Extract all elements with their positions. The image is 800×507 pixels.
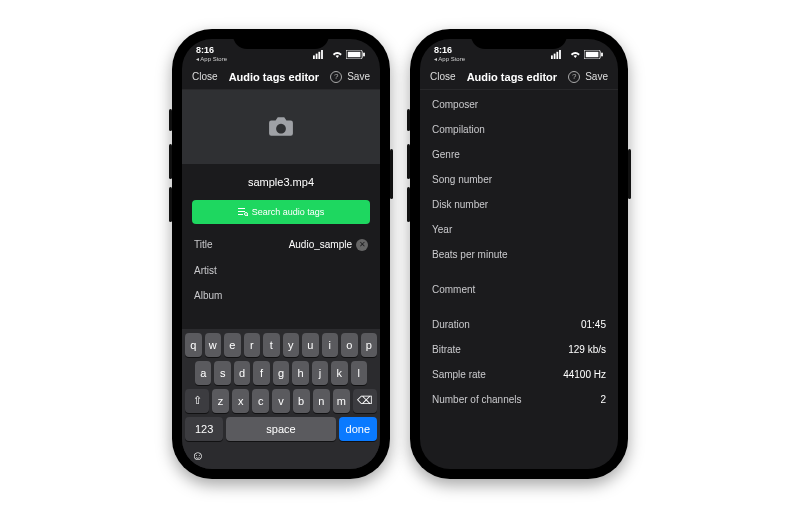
phone-frame-left: 8:16 ◂ App Store Close Audio tags editor… [172,29,390,479]
key-o[interactable]: o [341,333,358,357]
field-title[interactable]: Title Audio_sample ✕ [182,232,380,258]
svg-rect-19 [601,52,603,56]
key-b[interactable]: b [293,389,310,413]
key-m[interactable]: m [333,389,350,413]
status-icons [313,50,366,59]
info-sample-rate: Sample rate 44100 Hz [420,362,618,387]
field-compilation[interactable]: Compilation [420,117,618,142]
filename-label: sample3.mp4 [182,164,380,196]
title-value: Audio_sample [289,239,352,250]
field-song-number[interactable]: Song number [420,167,618,192]
artist-label: Artist [194,265,217,276]
key-done[interactable]: done [339,417,377,441]
key-i[interactable]: i [322,333,339,357]
key-a[interactable]: a [195,361,211,385]
keyboard[interactable]: q w e r t y u i o p a s d f g h j k l [182,329,380,469]
svg-rect-1 [316,53,318,58]
svg-rect-14 [554,53,556,58]
field-composer[interactable]: Composer [420,92,618,117]
key-r[interactable]: r [244,333,261,357]
duration-value: 01:45 [581,319,606,330]
field-disk-number[interactable]: Disk number [420,192,618,217]
close-button[interactable]: Close [192,71,218,82]
keyboard-row-2: a s d f g h j k l [185,361,377,385]
back-to-appstore[interactable]: ◂ App Store [196,56,227,62]
key-z[interactable]: z [212,389,229,413]
key-x[interactable]: x [232,389,249,413]
key-n[interactable]: n [313,389,330,413]
save-button[interactable]: Save [585,71,608,82]
help-icon[interactable]: ? [568,71,580,83]
nav-bar: Close Audio tags editor ? Save [182,65,380,90]
key-y[interactable]: y [283,333,300,357]
keyboard-row-4: 123 space done [185,417,377,441]
key-p[interactable]: p [361,333,378,357]
svg-rect-5 [348,51,361,56]
emoji-icon[interactable]: ☺ [191,448,204,463]
close-button[interactable]: Close [430,71,456,82]
key-k[interactable]: k [331,361,347,385]
info-channels: Number of channels 2 [420,387,618,412]
page-title: Audio tags editor [467,71,557,83]
key-space[interactable]: space [226,417,335,441]
key-shift[interactable]: ⇧ [185,389,209,413]
key-t[interactable]: t [263,333,280,357]
battery-icon [346,50,366,59]
key-h[interactable]: h [292,361,308,385]
key-d[interactable]: d [234,361,250,385]
status-time: 8:16 [196,46,227,55]
field-bpm[interactable]: Beats per minute [420,242,618,267]
wifi-icon [569,50,582,59]
key-c[interactable]: c [252,389,269,413]
key-u[interactable]: u [302,333,319,357]
svg-line-12 [247,215,248,216]
key-f[interactable]: f [253,361,269,385]
key-backspace[interactable]: ⌫ [353,389,377,413]
svg-point-7 [278,125,284,131]
key-w[interactable]: w [205,333,222,357]
channels-value: 2 [600,394,606,405]
notch [471,29,567,49]
field-album[interactable]: Album [182,283,380,308]
status-icons [551,50,604,59]
info-duration: Duration 01:45 [420,312,618,337]
svg-rect-0 [313,55,315,59]
phone-frame-right: 8:16 ◂ App Store Close Audio tags editor… [410,29,628,479]
wifi-icon [331,50,344,59]
field-comment[interactable]: Comment [420,277,618,302]
battery-icon [584,50,604,59]
notch [233,29,329,49]
key-v[interactable]: v [272,389,289,413]
keyboard-row-1: q w e r t y u i o p [185,333,377,357]
field-year[interactable]: Year [420,217,618,242]
field-genre[interactable]: Genre [420,142,618,167]
status-time: 8:16 [434,46,465,55]
key-123[interactable]: 123 [185,417,223,441]
svg-rect-18 [586,51,599,56]
key-q[interactable]: q [185,333,202,357]
artwork-placeholder[interactable] [182,90,380,164]
clear-icon[interactable]: ✕ [356,239,368,251]
svg-rect-9 [238,211,245,212]
back-to-appstore[interactable]: ◂ App Store [434,56,465,62]
sample-rate-value: 44100 Hz [563,369,606,380]
title-label: Title [194,239,213,250]
album-label: Album [194,290,222,301]
info-bitrate: Bitrate 129 kb/s [420,337,618,362]
key-g[interactable]: g [273,361,289,385]
nav-bar: Close Audio tags editor ? Save [420,65,618,90]
svg-rect-6 [363,52,365,56]
svg-rect-2 [319,51,321,58]
signal-icon [551,50,565,59]
save-button[interactable]: Save [347,71,370,82]
search-audio-tags-button[interactable]: Search audio tags [192,200,370,224]
key-s[interactable]: s [214,361,230,385]
field-artist[interactable]: Artist [182,258,380,283]
svg-rect-15 [557,51,559,58]
svg-rect-3 [321,50,323,59]
key-l[interactable]: l [351,361,367,385]
svg-rect-13 [551,55,553,59]
help-icon[interactable]: ? [330,71,342,83]
key-e[interactable]: e [224,333,241,357]
key-j[interactable]: j [312,361,328,385]
